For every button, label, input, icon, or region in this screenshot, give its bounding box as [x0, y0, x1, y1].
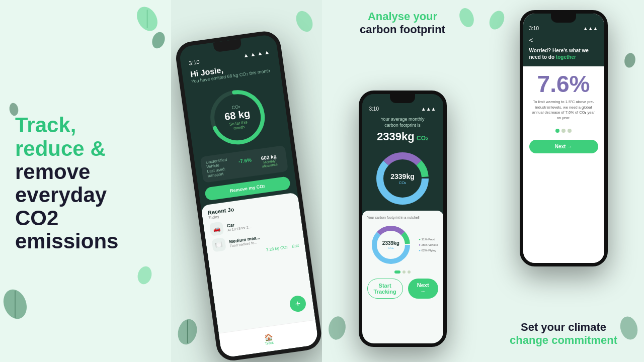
start-tracking-button[interactable]: Start Tracking	[367, 279, 403, 299]
time-4: 3:10	[529, 26, 539, 31]
avg-text1: Your average monthly carbon footprint is	[377, 117, 428, 128]
leaf-bottom-right	[133, 264, 156, 287]
phone-4-screen: 3:10 ▲▲▲ < Worried? Here's what we need …	[523, 14, 604, 263]
status-bar-3: 3:10 ▲▲▲	[362, 94, 443, 115]
meal-info: Medium mea... Food tracked fo...	[229, 235, 261, 247]
dot-4-2	[568, 129, 572, 133]
next-button-3[interactable]: Next →	[408, 279, 438, 299]
svg-point-0	[133, 5, 161, 33]
nutshell-row: 2339kg CO₂ ● 11% Food ● 26% Vehicle ● 62…	[367, 222, 438, 267]
phone-3-bottom: Your carbon footprint in a nutshell 2339…	[362, 211, 443, 343]
dot-active	[394, 270, 400, 274]
svg-point-8	[175, 317, 200, 346]
phone-4-white: 7.6% To limit warming to 1.5°C above pre…	[523, 66, 604, 263]
progress-dots-3	[367, 270, 438, 274]
time-3: 3:10	[369, 106, 379, 112]
svg-point-7	[293, 9, 316, 35]
dot-1	[403, 270, 406, 274]
small-donut: 2339kg CO₂	[368, 222, 414, 267]
svg-point-22	[623, 52, 636, 69]
svg-point-3	[0, 287, 30, 322]
dot-2	[408, 270, 411, 274]
svg-point-5	[136, 265, 153, 286]
avg-num: 2339kg	[377, 130, 415, 143]
donut-center-top: 2339kg CO₂	[390, 172, 414, 185]
back-button-4[interactable]: <	[529, 36, 598, 44]
action-buttons-3: Start Tracking Next →	[367, 279, 438, 299]
analyse-line2: carbon footprint	[360, 23, 445, 36]
panel2-leaf-tr	[292, 8, 317, 35]
donut-top: 2339kg CO₂	[372, 148, 433, 209]
headline-emissions: emissions	[15, 229, 118, 253]
reduction-val: -7.6%	[238, 157, 253, 171]
co2-circle-text: CO₂ 68 kg So far this month	[221, 103, 255, 132]
svg-point-13	[327, 315, 348, 341]
weight-label: 7.28 kg CO₂	[266, 245, 288, 252]
phone-3-frame: 3:10 ▲▲▲ Your average monthly carbon foo…	[359, 90, 447, 347]
headline-everyday: everyday	[15, 183, 107, 207]
pct-desc: To limit warming to 1.5°C above pre-indu…	[529, 100, 598, 121]
dot-active-4	[555, 129, 559, 133]
headline-co2: CO2	[15, 206, 58, 230]
headline-reduce: reduce &	[15, 137, 106, 160]
small-donut-co2: CO₂	[382, 246, 399, 249]
worried-text: Worried? Here's what we need to do toget…	[529, 47, 598, 60]
signal-4: ▲▲▲	[583, 26, 598, 31]
signal-3: ▲▲▲	[421, 106, 436, 112]
panel4-footer: Set your climate change commitment	[510, 321, 617, 347]
reduction-num: -7.6%	[238, 157, 252, 164]
nutshell-title: Your carbon footprint in a nutshell	[367, 216, 438, 219]
pct-vehicle: ● 26% Vehicle	[419, 242, 438, 248]
pct-big: 7.6%	[537, 72, 590, 96]
svg-point-2	[150, 30, 167, 50]
nav-track-label: Track	[265, 341, 274, 345]
panel-3-analyse: Analyse your carbon footprint 3:10 ▲▲▲ Y…	[322, 0, 483, 362]
signal-icons-2: ▲ ▲ ▲ ▲	[243, 49, 270, 58]
next-button-4[interactable]: Next →	[529, 140, 598, 153]
leaf-bottom-left	[0, 287, 30, 322]
panel-4-commitment: 3:10 ▲▲▲ < Worried? Here's what we need …	[483, 0, 644, 362]
donut-co2: CO₂	[390, 180, 414, 185]
phone-2-frame: 3:10 ▲ ▲ ▲ ▲ Hi Josie, You have emitted …	[174, 29, 322, 362]
headline-remove: remove	[15, 160, 90, 184]
progress-dots-4	[555, 129, 572, 133]
donut-num: 2339kg	[390, 172, 414, 180]
svg-point-12	[457, 6, 476, 29]
panel3-header: Analyse your carbon footprint	[360, 10, 445, 36]
car-info: Car At 18:18 for 2...	[226, 220, 252, 231]
panel3-leaf-bl	[325, 314, 350, 342]
time-2: 3:10	[188, 59, 200, 66]
panel-2-tracking: 3:10 ▲ ▲ ▲ ▲ Hi Josie, You have emitted …	[171, 0, 322, 362]
allowance-val: 602 kg Monthly allowance	[256, 153, 282, 169]
co2-circle: CO₂ 68 kg So far this month	[203, 83, 272, 151]
pct-food: ● 11% Food	[419, 237, 438, 242]
meal-icon: 🍽️	[211, 237, 226, 252]
panel4-leaf-br	[616, 314, 641, 342]
panel-1-hero: Track, reduce & remove everyday CO2 emis…	[0, 0, 171, 362]
small-donut-center: 2339kg CO₂	[382, 240, 399, 249]
hero-headline: Track, reduce & remove everyday CO2 emis…	[15, 114, 156, 253]
pct-flying: ● 62% Flying	[419, 248, 438, 253]
together-text: together	[556, 54, 576, 60]
pct-labels-col: ● 11% Food ● 26% Vehicle ● 62% Flying	[419, 237, 438, 253]
card-values: -7.6% 602 kg Monthly allowance	[238, 153, 282, 171]
phone-4-frame: 3:10 ▲▲▲ < Worried? Here's what we need …	[520, 10, 608, 266]
panel4-leaf-tl	[486, 8, 508, 33]
svg-point-20	[487, 9, 507, 32]
panel2-leaf-bl	[174, 317, 201, 347]
analyse-line1: Analyse your	[360, 10, 445, 23]
leaf-top-right	[133, 5, 161, 33]
avg-co2: CO₂	[417, 135, 428, 142]
dot-4-1	[561, 129, 566, 133]
phone-2-screen: 3:10 ▲ ▲ ▲ ▲ Hi Josie, You have emitted …	[179, 34, 319, 358]
small-donut-num: 2339kg	[382, 240, 399, 246]
footer-set: Set your climate	[510, 321, 617, 334]
phone-4-top: 3:10 ▲▲▲ < Worried? Here's what we need …	[523, 14, 604, 66]
leaf-top-right2	[148, 30, 169, 50]
status-bar-4: 3:10 ▲▲▲	[529, 26, 598, 31]
panel3-leaf-tr	[455, 5, 478, 30]
avg-section: Your average monthly carbon footprint is…	[377, 115, 428, 146]
edit-label[interactable]: Edit	[292, 243, 299, 249]
svg-point-21	[618, 315, 640, 342]
footer-climate: change commitment	[510, 334, 617, 347]
